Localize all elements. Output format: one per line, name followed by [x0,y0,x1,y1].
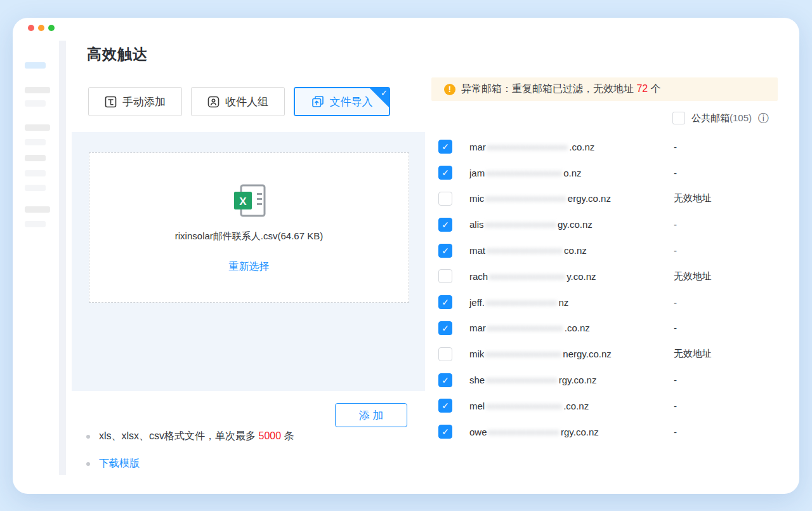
recipient-checkbox[interactable]: ✓ [438,140,452,154]
recipient-email: alis xxxxxxxxxxxxxxx gy.co.nz [469,219,593,230]
recipient-email: owe xxxxxxxxxxxxxxx rgy.co.nz [469,427,599,437]
max-count: 5000 [259,430,282,441]
reselect-file-link[interactable]: 重新选择 [229,260,270,274]
email-masked-segment: xxxxxxxxxxxxxxx [486,298,558,307]
email-prefix: mar [469,142,486,152]
recipient-checkbox[interactable]: ✓ [438,244,452,258]
selected-check-icon: ✓ [381,88,388,98]
recipient-email: mat xxxxxxxxxxxxxxxx co.nz [469,245,587,256]
tab-recipient-group[interactable]: 收件人组 [191,87,285,116]
recipient-row: mic xxxxxxxxxxxxxxxxx ergy.co.nz 无效地址 [438,186,781,212]
sidebar-skeleton-item [25,124,50,131]
sidebar-skeleton-item [25,155,46,161]
recipient-checkbox[interactable]: ✓ [438,218,452,232]
recipient-row: ✓ mar xxxxxxxxxxxxxxxx .co.nz - [438,315,781,342]
recipient-status: 无效地址 [674,348,712,360]
page-title: 高效触达 [87,44,148,64]
email-suffix: rgy.co.nz [559,375,597,385]
download-template-link[interactable]: 下载模版 [99,457,140,470]
recipient-email: rach xxxxxxxxxxxxxxxx y.co.nz [469,271,596,282]
email-masked-segment: xxxxxxxxxxxxxxx [485,220,557,229]
recipient-status: - [674,168,677,178]
email-prefix: mic [469,193,484,204]
recipient-checkbox[interactable]: ✓ [438,166,452,180]
email-prefix: mat [469,245,485,256]
maximize-window-icon[interactable] [48,25,55,31]
recipient-row: mik xxxxxxxxxxxxxxxx nergy.co.nz 无效地址 [438,341,781,367]
recipient-row: ✓ mel xxxxxxxxxxxxxxxx .co.nz - [438,393,781,419]
format-note: xls、xlsx、csv格式文件，单次最多 5000 条 [86,430,294,443]
email-suffix: rgy.co.nz [561,427,599,437]
public-mailbox-row: 公共邮箱(105) ⓘ [672,112,769,124]
recipient-checkbox[interactable] [438,269,452,283]
recipient-row: ✓ she xxxxxxxxxxxxxxx rgy.co.nz - [438,367,781,393]
email-prefix: jeff. [469,297,485,308]
minimize-window-icon[interactable] [38,25,44,31]
recipient-email: mel xxxxxxxxxxxxxxxx .co.nz [469,401,589,411]
recipient-row: ✓ alis xxxxxxxxxxxxxxx gy.co.nz - [438,211,781,237]
recipient-row: ✓ mat xxxxxxxxxxxxxxxx co.nz - [438,237,781,263]
email-masked-segment: xxxxxxxxxxxxxxxx [486,168,562,178]
sidebar-skeleton-item [25,206,50,213]
email-masked-segment: xxxxxxxxxxxxxxx [488,427,560,437]
recipient-status: - [674,322,677,333]
recipient-status: 无效地址 [674,192,712,204]
email-masked-segment: xxxxxxxxxxxxxxxx [487,246,563,255]
format-note-suffix: 条 [281,430,294,441]
email-masked-segment: xxxxxxxxxxxxxxxx [485,349,561,359]
upload-dropzone[interactable]: X rixinsolar邮件联系人.csv(64.67 KB) 重新选择 [89,152,409,303]
tab-file-import[interactable]: 文件导入 ✓ [294,87,390,116]
email-masked-segment: xxxxxxxxxxxxxxx [486,375,558,385]
email-prefix: owe [469,427,487,437]
email-prefix: rach [469,271,488,282]
public-mailbox-count: (105) [730,112,752,123]
email-prefix: alis [469,219,484,230]
recipient-checkbox[interactable]: ✓ [438,295,452,309]
recipient-email: jeff. xxxxxxxxxxxxxxx nz [469,297,568,308]
bullet-dot [86,435,90,439]
sidebar-skeleton-item [25,139,46,145]
email-masked-segment: xxxxxxxxxxxxxxxx [489,272,565,281]
recipient-group-icon [207,96,219,108]
email-suffix: co.nz [564,245,587,256]
public-mailbox-checkbox[interactable] [672,112,685,124]
recipient-checkbox[interactable]: ✓ [438,321,452,335]
recipient-email: mic xxxxxxxxxxxxxxxxx ergy.co.nz [469,193,611,204]
recipient-checkbox[interactable] [438,192,452,206]
recipient-status: - [674,427,677,437]
recipient-checkbox[interactable]: ✓ [438,399,452,413]
email-masked-segment: xxxxxxxxxxxxxxxxx [485,194,566,203]
add-button[interactable]: 添 加 [335,403,407,427]
public-mailbox-label: 公共邮箱 [691,112,730,123]
recipient-email: mik xxxxxxxxxxxxxxxx nergy.co.nz [469,348,612,359]
tab-label: 收件人组 [225,95,268,109]
recipient-checkbox[interactable] [438,347,452,361]
recipient-email: mar xxxxxxxxxxxxxxxxx .co.nz [469,142,594,152]
alert-text-suffix: 个 [648,83,660,94]
tab-label: 手动添加 [122,95,166,109]
recipient-checkbox[interactable]: ✓ [438,425,452,439]
recipient-row: ✓ mar xxxxxxxxxxxxxxxxx .co.nz - [438,134,781,160]
uploaded-file-name: rixinsolar邮件联系人.csv(64.67 KB) [175,230,323,242]
invalid-count: 72 [636,83,648,94]
sidebar-skeleton-item [25,170,46,176]
recipient-status: - [674,297,677,308]
template-note: 下载模版 [86,457,140,470]
email-prefix: jam [469,168,485,178]
recipient-status: - [674,245,677,256]
info-icon[interactable]: ⓘ [758,113,769,124]
close-window-icon[interactable] [28,25,34,31]
tab-manual-add[interactable]: 手动添加 [88,87,182,116]
email-suffix: nz [558,297,568,308]
recipient-list: ✓ mar xxxxxxxxxxxxxxxxx .co.nz - ✓ jam x… [438,134,781,445]
recipient-status: - [674,401,677,411]
email-suffix: .co.nz [565,322,590,333]
format-note-text: xls、xlsx、csv格式文件，单次最多 [99,430,259,441]
email-suffix: nergy.co.nz [563,348,611,359]
email-prefix: mel [469,401,485,411]
recipient-status: - [674,219,677,230]
bullet-dot [86,462,90,466]
file-import-icon [311,95,324,108]
recipient-checkbox[interactable]: ✓ [438,373,452,387]
recipient-row: ✓ jam xxxxxxxxxxxxxxxx o.nz - [438,160,781,186]
